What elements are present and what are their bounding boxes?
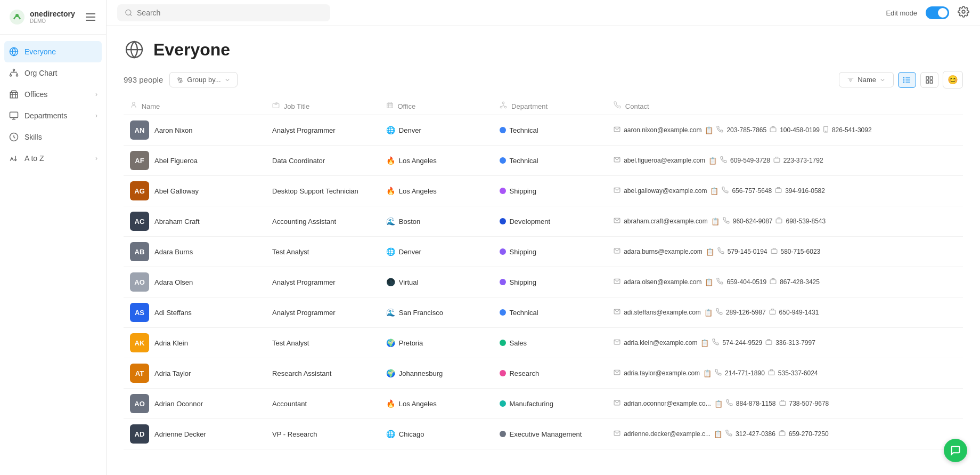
avatar-initials-9: AO — [134, 400, 145, 408]
person-name-1[interactable]: Abel Figueroa — [154, 157, 198, 165]
contact-cell-8: adria.taylor@example.com 📋 214-771-1890 … — [614, 369, 957, 377]
group-by-icon — [176, 76, 184, 84]
clipboard-icon-email-2[interactable]: 📋 — [710, 187, 718, 195]
person-cell-6: AS Adi Steffans — [130, 303, 259, 322]
avatar-initials-1: AF — [135, 157, 144, 165]
clipboard-icon-email-9[interactable]: 📋 — [714, 400, 723, 408]
fax-icon-2 — [775, 187, 782, 195]
person-name-10[interactable]: Adrienne Decker — [154, 430, 206, 438]
table-row[interactable]: AG Abel Galloway Desktop Support Technic… — [124, 176, 963, 206]
table-row[interactable]: AB Adara Burns Test Analyst 🌐 Denver Shi… — [124, 237, 963, 267]
sidebar: onedirectory DEMO Everyone Org Chart Of — [0, 0, 107, 475]
phone-icon-7 — [712, 339, 719, 347]
person-name-6[interactable]: Adi Steffans — [154, 309, 192, 317]
person-cell-5: AO Adara Olsen — [130, 272, 259, 292]
list-view-button[interactable] — [898, 72, 916, 88]
clipboard-icon-email-8[interactable]: 📋 — [703, 369, 712, 377]
cell-contact-4: adara.burns@example.com 📋 579-145-0194 5… — [607, 237, 963, 267]
clipboard-icon-email-5[interactable]: 📋 — [705, 278, 713, 286]
table-row[interactable]: AF Abel Figueroa Data Coordinator 🔥 Los … — [124, 146, 963, 176]
chat-bubble-button[interactable] — [944, 439, 967, 462]
cell-contact-1: abel.figueroa@example.com 📋 609-549-3728… — [607, 146, 963, 176]
sidebar-item-offices[interactable]: Offices › — [0, 84, 106, 105]
table-row[interactable]: AD Adrienne Decker VP - Research 🌐 Chica… — [124, 419, 963, 449]
phone1-value-9: 884-878-1158 — [736, 400, 776, 407]
emoji-button[interactable]: 😊 — [943, 71, 963, 88]
office-dot-8: 🌍 — [386, 368, 396, 378]
person-name-0[interactable]: Aaron Nixon — [154, 126, 193, 134]
table-row[interactable]: AO Adara Olsen Analyst Programmer 🌑 Virt… — [124, 267, 963, 297]
search-box[interactable] — [117, 4, 330, 21]
person-name-9[interactable]: Adrian Oconnor — [154, 400, 203, 408]
sidebar-item-skills[interactable]: Skills — [0, 126, 106, 148]
grid-view-button[interactable] — [920, 72, 938, 88]
cell-dept-10: Executive Management — [493, 419, 607, 449]
settings-button[interactable] — [958, 6, 969, 20]
job-title-value-3: Accounting Assistant — [272, 218, 336, 226]
cell-contact-0: aaron.nixon@example.com 📋 203-785-7865 1… — [607, 115, 963, 146]
table-header: Name Job Title Office — [124, 97, 963, 115]
search-input[interactable] — [137, 9, 323, 17]
chevron-down-icon — [224, 77, 231, 83]
email-value-7: adria.klein@example.com — [624, 339, 697, 347]
dept-dot-3 — [500, 218, 506, 224]
person-name-8[interactable]: Adria Taylor — [154, 369, 191, 377]
person-name-3[interactable]: Abraham Craft — [154, 218, 200, 226]
page-title: Everyone — [153, 40, 230, 60]
clipboard-icon-email-4[interactable]: 📋 — [706, 248, 714, 256]
phone-icon-2 — [722, 187, 729, 195]
office-dot-10: 🌐 — [386, 429, 396, 439]
clipboard-icon-email-0[interactable]: 📋 — [705, 126, 713, 134]
cell-dept-9: Manufacturing — [493, 389, 607, 419]
clipboard-icon-email-7[interactable]: 📋 — [700, 339, 709, 347]
sidebar-item-org-chart[interactable]: Org Chart — [0, 62, 106, 84]
cell-office-7: 🌍 Pretoria — [380, 328, 494, 358]
office-cell-9: 🔥 Los Angeles — [386, 399, 487, 408]
dept-value-5: Shipping — [509, 278, 536, 286]
sidebar-item-a-to-z[interactable]: A to Z › — [0, 148, 106, 169]
table-row[interactable]: AN Aaron Nixon Analyst Programmer 🌐 Denv… — [124, 115, 963, 146]
svg-point-24 — [133, 102, 135, 105]
svg-rect-46 — [770, 280, 776, 284]
person-cell-4: AB Adara Burns — [130, 242, 259, 261]
cell-office-0: 🌐 Denver — [380, 115, 494, 146]
phone1-value-8: 214-771-1890 — [725, 369, 765, 377]
table-row[interactable]: AK Adria Klein Test Analyst 🌍 Pretoria S… — [124, 328, 963, 358]
clipboard-icon-email-10[interactable]: 📋 — [714, 430, 722, 438]
person-name-4[interactable]: Adara Burns — [154, 248, 193, 256]
atoz-arrow-icon: › — [95, 155, 97, 162]
sidebar-item-departments[interactable]: Departments › — [0, 105, 106, 126]
person-name-2[interactable]: Abel Galloway — [154, 187, 199, 195]
office-col-icon — [386, 101, 394, 109]
clipboard-icon-email-6[interactable]: 📋 — [704, 309, 713, 317]
sort-button[interactable]: Name — [839, 72, 894, 87]
phone-icon-10 — [725, 430, 732, 438]
phone2-value-6: 650-949-1431 — [779, 309, 819, 316]
table-row[interactable]: AC Abraham Craft Accounting Assistant 🌊 … — [124, 206, 963, 237]
dept-col-icon — [500, 101, 507, 109]
svg-point-9 — [126, 10, 131, 15]
clipboard-icon-email-1[interactable]: 📋 — [708, 157, 717, 165]
table-row[interactable]: AT Adria Taylor Research Assistant 🌍 Joh… — [124, 358, 963, 389]
person-name-7[interactable]: Adria Klein — [154, 339, 188, 347]
email-icon-5 — [614, 278, 620, 286]
clipboard-icon-email-3[interactable]: 📋 — [711, 218, 720, 226]
content-area: Everyone 993 people Group by... Name — [107, 26, 980, 475]
sidebar-label-everyone: Everyone — [24, 47, 56, 56]
table-row[interactable]: AS Adi Steffans Analyst Programmer 🌊 San… — [124, 297, 963, 328]
dept-cell-2: Shipping — [500, 187, 601, 195]
dept-value-0: Technical — [509, 126, 538, 134]
email-value-6: adi.steffans@example.com — [624, 309, 701, 316]
edit-mode-toggle[interactable] — [926, 6, 949, 19]
group-by-button[interactable]: Group by... — [169, 72, 237, 87]
hamburger-button[interactable] — [84, 11, 97, 23]
avatar-7: AK — [130, 333, 149, 352]
person-name-5[interactable]: Adara Olsen — [154, 278, 193, 286]
sidebar-item-everyone[interactable]: Everyone — [4, 41, 102, 62]
job-title-value-6: Analyst Programmer — [272, 309, 335, 317]
table-row[interactable]: AO Adrian Oconnor Accountant 🔥 Los Angel… — [124, 389, 963, 419]
dept-value-2: Shipping — [509, 187, 536, 195]
dept-value-7: Sales — [509, 339, 527, 347]
sort-label: Name — [858, 76, 876, 84]
email-icon-10 — [614, 430, 620, 438]
